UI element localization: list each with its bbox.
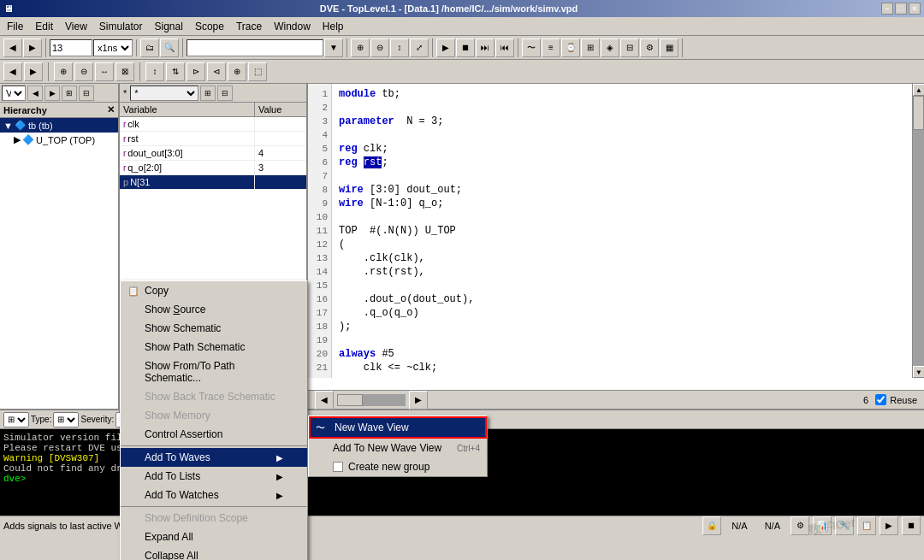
tree-item-utop[interactable]: ▶ 🔷 U_TOP (TOP) xyxy=(0,133,118,147)
zoom-btn-3[interactable]: ↕ xyxy=(390,38,409,57)
zoom-btn-1[interactable]: ⊕ xyxy=(351,38,370,57)
hier-collapse-btn[interactable]: ⊟ xyxy=(79,85,94,101)
menu-help[interactable]: Help xyxy=(317,19,349,34)
hier-btn-1[interactable]: ◀ xyxy=(27,85,43,101)
close-button[interactable]: × xyxy=(909,3,921,15)
menu-view[interactable]: View xyxy=(60,19,92,34)
var-row-clk[interactable]: r clk xyxy=(120,117,306,132)
submenu-new-wave-view[interactable]: 〜 New Wave View xyxy=(309,416,487,439)
misc-btn-5[interactable]: ⚙ xyxy=(640,38,659,57)
status-icon-1[interactable]: 🔒 xyxy=(702,516,721,535)
back-button[interactable]: ◀ xyxy=(3,38,22,57)
reuse-checkbox[interactable] xyxy=(875,394,886,405)
menu-simulator[interactable]: Simulator xyxy=(94,19,148,34)
maximize-button[interactable]: □ xyxy=(895,3,907,15)
ctx-add-to-lists[interactable]: Add To Lists ▶ xyxy=(121,467,307,486)
status-icon-3[interactable]: 📊 xyxy=(813,516,832,535)
status-icon-5[interactable]: 📋 xyxy=(857,516,876,535)
menu-window[interactable]: Window xyxy=(269,19,316,34)
hier-expand-btn[interactable]: ⊞ xyxy=(62,85,77,101)
sb-down-btn[interactable]: ▼ xyxy=(913,366,924,378)
hier-close-icon[interactable]: ✕ xyxy=(107,104,115,115)
tb2-misc1[interactable]: ⊳ xyxy=(187,62,205,81)
time-value-input[interactable] xyxy=(50,39,92,56)
var-filter-btn2[interactable]: ⊟ xyxy=(217,85,233,101)
var-filter-btn[interactable]: ⊞ xyxy=(200,85,216,101)
submenu-create-group[interactable]: Create new group xyxy=(309,457,487,476)
tb2-zoom4[interactable]: ⊠ xyxy=(116,62,134,81)
type-select[interactable]: ⊞ xyxy=(3,412,29,427)
menu-signal[interactable]: Signal xyxy=(150,19,188,34)
src-scrollbar-h[interactable] xyxy=(337,394,406,406)
tb2-zoom3[interactable]: ↔ xyxy=(95,62,114,81)
menu-file[interactable]: File xyxy=(2,19,28,34)
ctx-show-schematic[interactable]: Show Schematic xyxy=(121,319,307,338)
menu-trace[interactable]: Trace xyxy=(231,19,267,34)
minimize-button[interactable]: − xyxy=(881,3,893,15)
ctx-show-from-to[interactable]: Show From/To Path Schematic... xyxy=(121,357,307,387)
sb-up-btn[interactable]: ▲ xyxy=(913,84,924,96)
hierarchy-btn[interactable]: 🗂 xyxy=(140,38,159,57)
play-btn[interactable]: ▶ xyxy=(436,38,455,57)
tb2-misc4[interactable]: ⬚ xyxy=(248,62,267,81)
tb2-cursor1[interactable]: ↕ xyxy=(145,62,164,81)
ctx-add-to-watches[interactable]: Add To Watches ▶ xyxy=(121,486,307,504)
src-scroll-left[interactable]: ◀ xyxy=(315,391,334,410)
hier-btn-2[interactable]: ▶ xyxy=(44,85,60,101)
ctx-control-assertion[interactable]: Control Assertion xyxy=(121,425,307,444)
dropdown-btn[interactable]: ▼ xyxy=(324,38,343,57)
var-row-rst[interactable]: r rst xyxy=(120,132,306,146)
time-unit-select[interactable]: x1ns x1ps xyxy=(93,39,133,56)
var-row-n[interactable]: p N[31 xyxy=(120,175,306,190)
var-row-dout[interactable]: r dout_out[3:0] 4 xyxy=(120,146,306,161)
ctx-copy[interactable]: 📋 Copy xyxy=(121,281,307,300)
zoom-btn-2[interactable]: ⊖ xyxy=(370,38,389,57)
list-btn[interactable]: ≡ xyxy=(542,38,560,57)
misc-btn-3[interactable]: ◈ xyxy=(601,38,619,57)
src-scroll-right[interactable]: ▶ xyxy=(409,391,428,410)
tb2-misc2[interactable]: ⊲ xyxy=(207,62,226,81)
submenu-add-to-new-wave[interactable]: Add To New Wave View Ctrl+4 xyxy=(309,439,487,457)
menu-edit[interactable]: Edit xyxy=(30,19,58,34)
ctx-add-to-waves[interactable]: Add To Waves ▶ xyxy=(121,448,307,467)
source-scrollbar-v[interactable]: ▲ ▼ xyxy=(912,84,924,378)
tb2-fwd[interactable]: ▶ xyxy=(24,62,43,81)
severity-select[interactable]: ⊞ xyxy=(53,412,79,427)
stop-btn[interactable]: ⏹ xyxy=(456,38,475,57)
tb2-back[interactable]: ◀ xyxy=(3,62,22,81)
tb2-misc3[interactable]: ⊕ xyxy=(228,62,246,81)
src-reuse-check[interactable]: Reuse xyxy=(875,394,917,405)
tree-icon-tb: 🔷 xyxy=(15,120,27,131)
status-icon-2[interactable]: ⚙ xyxy=(791,516,809,535)
menu-scope[interactable]: Scope xyxy=(190,19,229,34)
step-btn[interactable]: ⏭ xyxy=(476,38,495,57)
tree-item-tb[interactable]: ▼ 🔷 tb (tb) xyxy=(0,118,118,133)
src-scrollbar-h-thumb[interactable] xyxy=(337,394,363,406)
rewind-btn[interactable]: ⏮ xyxy=(495,38,514,57)
var-row-qo[interactable]: r q_o[2:0] 3 xyxy=(120,161,306,175)
forward-button[interactable]: ▶ xyxy=(23,38,42,57)
misc-btn-6[interactable]: ▦ xyxy=(660,38,678,57)
ctx-show-source[interactable]: Show Source xyxy=(121,300,307,319)
var-filter-select[interactable]: * xyxy=(130,85,198,101)
misc-btn-1[interactable]: ⌚ xyxy=(561,38,580,57)
tb2-cursor2[interactable]: ⇅ xyxy=(166,62,185,81)
sb-track[interactable] xyxy=(913,96,924,366)
search-input[interactable] xyxy=(187,39,323,56)
ctx-show-path-schematic[interactable]: Show Path Schematic xyxy=(121,338,307,357)
wave-btn[interactable]: 〜 xyxy=(522,38,541,57)
ctx-collapse-all[interactable]: Collapse All xyxy=(121,546,307,560)
view-select[interactable]: V1 xyxy=(2,85,26,101)
zoom-btn-4[interactable]: ⤢ xyxy=(410,38,429,57)
tb2-zoom1[interactable]: ⊕ xyxy=(54,62,73,81)
tb2-zoom2[interactable]: ⊖ xyxy=(74,62,93,81)
var-label-clk: clk xyxy=(127,119,139,129)
status-icon-6[interactable]: ▶ xyxy=(880,516,898,535)
misc-btn-4[interactable]: ⊟ xyxy=(620,38,639,57)
misc-btn-2[interactable]: ⊞ xyxy=(581,38,600,57)
status-icon-4[interactable]: 🔧 xyxy=(835,516,854,535)
search-btn[interactable]: 🔍 xyxy=(160,38,179,57)
status-icon-7[interactable]: ⏹ xyxy=(902,516,921,535)
ctx-expand-all[interactable]: Expand All xyxy=(121,528,307,546)
sb-thumb[interactable] xyxy=(913,96,924,130)
